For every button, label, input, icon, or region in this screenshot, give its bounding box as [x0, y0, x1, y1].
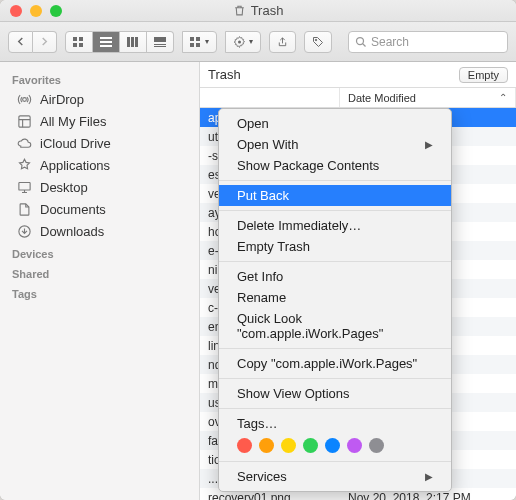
svg-rect-11: [154, 44, 166, 45]
svg-point-19: [357, 37, 364, 44]
svg-rect-21: [18, 115, 29, 126]
svg-rect-9: [135, 37, 138, 47]
desktop-icon: [16, 179, 32, 195]
menu-separator: [219, 210, 451, 211]
tag-color-dot[interactable]: [369, 438, 384, 453]
menu-get-info[interactable]: Get Info: [219, 266, 451, 287]
svg-rect-14: [196, 37, 200, 41]
menu-label: Delete Immediately…: [237, 218, 361, 233]
menu-open-with[interactable]: Open With▶: [219, 134, 451, 155]
menu-services[interactable]: Services▶: [219, 466, 451, 487]
menu-delete-immediately[interactable]: Delete Immediately…: [219, 215, 451, 236]
menu-show-package[interactable]: Show Package Contents: [219, 155, 451, 176]
sidebar-item-applications[interactable]: Applications: [0, 154, 199, 176]
menu-label: Copy "com.apple.iWork.Pages": [237, 356, 417, 371]
menu-rename[interactable]: Rename: [219, 287, 451, 308]
applications-icon: [16, 157, 32, 173]
sidebar-section-tags: Tags: [0, 282, 199, 302]
svg-rect-16: [196, 43, 200, 47]
sidebar-item-label: Documents: [40, 202, 106, 217]
column-view-button[interactable]: [120, 31, 147, 53]
tag-color-dot[interactable]: [303, 438, 318, 453]
svg-rect-13: [190, 37, 194, 41]
menu-separator: [219, 348, 451, 349]
file-list: app...uti-saesveayshoe-linirvec-emlinndr…: [200, 108, 516, 500]
sidebar-item-label: Desktop: [40, 180, 88, 195]
main-header: Trash Empty: [200, 62, 516, 88]
cloud-icon: [16, 135, 32, 151]
menu-copy[interactable]: Copy "com.apple.iWork.Pages": [219, 353, 451, 374]
sort-indicator-icon: ⌃: [499, 92, 507, 103]
tag-color-dot[interactable]: [347, 438, 362, 453]
menu-separator: [219, 408, 451, 409]
list-view-button[interactable]: [93, 31, 120, 53]
svg-rect-6: [100, 45, 112, 47]
sidebar-item-label: Applications: [40, 158, 110, 173]
back-button[interactable]: [8, 31, 33, 53]
column-date[interactable]: Date Modified⌃: [340, 88, 516, 107]
menu-label: Show View Options: [237, 386, 350, 401]
menu-tags[interactable]: Tags…: [219, 413, 451, 434]
main-header-title: Trash: [208, 67, 241, 82]
sidebar-item-label: AirDrop: [40, 92, 84, 107]
svg-rect-10: [154, 37, 166, 42]
sidebar-item-label: All My Files: [40, 114, 106, 129]
action-group: ▾: [225, 31, 261, 53]
sidebar-item-downloads[interactable]: Downloads: [0, 220, 199, 242]
tag-color-dot[interactable]: [325, 438, 340, 453]
sidebar-item-allfiles[interactable]: All My Files: [0, 110, 199, 132]
window-body: Favorites AirDrop All My Files iCloud Dr…: [0, 62, 516, 500]
sidebar-item-label: Downloads: [40, 224, 104, 239]
allfiles-icon: [16, 113, 32, 129]
arrange-button[interactable]: ▾: [182, 31, 217, 53]
context-menu: Open Open With▶ Show Package Contents Pu…: [218, 108, 452, 492]
icon-view-button[interactable]: [65, 31, 93, 53]
sidebar-item-label: iCloud Drive: [40, 136, 111, 151]
svg-rect-22: [18, 182, 29, 190]
sidebar-item-icloud[interactable]: iCloud Drive: [0, 132, 199, 154]
menu-show-view-options[interactable]: Show View Options: [219, 383, 451, 404]
tag-color-dot[interactable]: [281, 438, 296, 453]
svg-rect-3: [79, 43, 83, 47]
svg-point-18: [315, 39, 317, 41]
menu-open[interactable]: Open: [219, 113, 451, 134]
menu-label: Get Info: [237, 269, 283, 284]
column-name[interactable]: [200, 88, 340, 107]
tag-color-row: [219, 434, 451, 457]
column-headers: Date Modified⌃: [200, 88, 516, 108]
tags-button[interactable]: [304, 31, 332, 53]
empty-trash-button[interactable]: Empty: [459, 67, 508, 83]
forward-button[interactable]: [33, 31, 57, 53]
menu-separator: [219, 461, 451, 462]
sidebar-item-airdrop[interactable]: AirDrop: [0, 88, 199, 110]
menu-label: Services: [237, 469, 287, 484]
submenu-chevron-icon: ▶: [425, 471, 433, 482]
menu-label: Tags…: [237, 416, 277, 431]
menu-empty-trash[interactable]: Empty Trash: [219, 236, 451, 257]
share-button[interactable]: [269, 31, 296, 53]
menu-label: Open With: [237, 137, 298, 152]
svg-rect-5: [100, 41, 112, 43]
menu-separator: [219, 261, 451, 262]
sidebar-item-desktop[interactable]: Desktop: [0, 176, 199, 198]
airdrop-icon: [16, 91, 32, 107]
main-pane: Trash Empty Date Modified⌃ app...uti-sae…: [200, 62, 516, 500]
sidebar-item-documents[interactable]: Documents: [0, 198, 199, 220]
menu-label: Put Back: [237, 188, 289, 203]
svg-rect-15: [190, 43, 194, 47]
trash-icon: [233, 4, 246, 17]
search-field[interactable]: Search: [348, 31, 508, 53]
menu-quick-look[interactable]: Quick Look "com.apple.iWork.Pages": [219, 308, 451, 344]
window-title: Trash: [0, 3, 516, 18]
search-placeholder: Search: [371, 35, 409, 49]
menu-label: Rename: [237, 290, 286, 305]
tag-color-dot[interactable]: [259, 438, 274, 453]
menu-put-back[interactable]: Put Back: [219, 185, 451, 206]
sidebar: Favorites AirDrop All My Files iCloud Dr…: [0, 62, 200, 500]
action-button[interactable]: ▾: [225, 31, 261, 53]
menu-separator: [219, 378, 451, 379]
coverflow-view-button[interactable]: [147, 31, 174, 53]
view-buttons: [65, 31, 174, 53]
svg-point-20: [22, 97, 26, 101]
tag-color-dot[interactable]: [237, 438, 252, 453]
